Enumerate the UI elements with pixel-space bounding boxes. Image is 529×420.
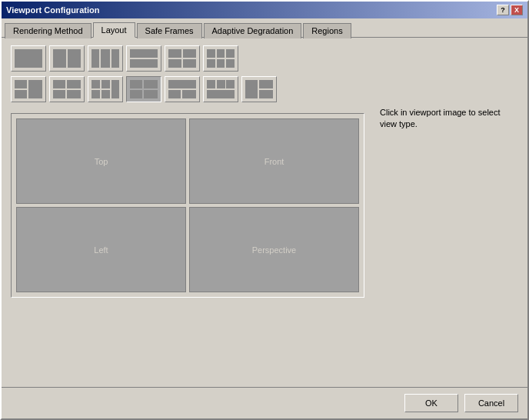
svg-rect-22 [53,90,65,98]
svg-rect-21 [53,80,65,88]
layout-icon-r2c[interactable] [88,76,123,102]
svg-rect-34 [168,80,196,88]
layout-svg-hsplit2 [130,49,158,68]
viewport-and-hint: Top Front Left Perspective Click in view… [11,107,518,298]
svg-rect-0 [15,49,42,68]
svg-rect-1 [53,49,66,68]
viewport-area: Top Front Left Perspective [11,113,364,298]
svg-rect-8 [168,49,181,58]
svg-rect-15 [207,59,215,68]
svg-rect-28 [101,90,110,98]
help-button[interactable]: ? [497,5,509,15]
layout-svg-r2d [130,80,158,98]
tab-rendering-method[interactable]: Rendering Method [5,23,91,38]
layout-icons-row1 [11,45,518,72]
svg-rect-16 [217,59,225,68]
svg-rect-33 [144,90,158,98]
layout-svg-vsplit3 [91,49,119,68]
svg-rect-5 [111,49,119,68]
layout-icon-single[interactable] [11,45,46,72]
tabs-container: Rendering Method Layout Safe Frames Adap… [2,18,527,38]
svg-rect-31 [130,90,142,98]
layout-svg-r2b [53,80,81,98]
viewport-front[interactable]: Front [189,118,359,204]
viewport-front-label: Front [264,157,284,166]
svg-rect-17 [226,59,235,68]
layout-icon-hsplit2[interactable] [126,45,161,72]
layout-icon-grid23[interactable] [203,45,238,72]
layout-icon-vsplit2[interactable] [49,45,85,72]
svg-rect-32 [144,80,158,88]
cancel-button[interactable]: Cancel [464,394,518,412]
svg-rect-27 [91,90,100,98]
layout-svg-r2c [91,80,119,98]
tab-layout[interactable]: Layout [93,22,135,38]
layout-icon-vsplit3[interactable] [88,45,123,72]
svg-rect-36 [182,90,196,98]
layout-icon-r2f[interactable] [203,76,238,102]
svg-rect-26 [101,80,110,88]
viewport-left-label: Left [94,245,108,255]
layout-svg-r2g [245,80,273,98]
svg-rect-20 [28,80,42,98]
svg-rect-10 [168,59,181,68]
svg-rect-12 [207,49,215,58]
svg-rect-18 [15,80,27,88]
svg-rect-24 [67,90,81,98]
svg-rect-39 [226,80,235,88]
title-bar-buttons: ? X [497,5,523,15]
layout-svg-r2a [15,80,42,98]
layout-icons-row2 [11,76,518,102]
layout-svg-r2e [168,80,196,98]
svg-rect-43 [259,90,273,98]
svg-rect-9 [183,49,196,58]
svg-rect-29 [111,80,119,98]
layout-svg-grid23 [207,49,235,68]
svg-rect-14 [226,49,235,58]
svg-rect-42 [259,80,273,88]
svg-rect-4 [101,49,110,68]
layout-icon-r2g[interactable] [241,76,277,102]
svg-rect-11 [183,59,196,68]
layout-svg-single [15,49,42,68]
close-icon: X [514,6,519,14]
svg-rect-6 [130,49,158,58]
hint-text: Click in viewport image to select view t… [380,107,503,131]
svg-rect-19 [15,90,27,98]
svg-rect-41 [245,80,258,98]
footer: OK Cancel [2,387,527,418]
tab-adaptive-degradation[interactable]: Adaptive Degradation [204,23,302,38]
viewport-left[interactable]: Left [16,207,186,292]
layout-svg-grid22a [168,49,196,68]
viewport-top[interactable]: Top [16,118,186,204]
svg-rect-30 [130,80,142,88]
svg-rect-37 [207,80,215,88]
layout-icon-r2d[interactable] [126,76,161,102]
svg-rect-13 [217,49,225,58]
layout-icon-grid22a[interactable] [165,45,200,72]
title-bar: Viewport Configuration ? X [2,2,527,18]
layout-icon-r2b[interactable] [49,76,85,102]
help-icon: ? [501,6,505,14]
viewport-perspective[interactable]: Perspective [189,207,359,292]
svg-rect-25 [91,80,100,88]
svg-rect-3 [91,49,99,68]
content-area: Top Front Left Perspective Click in view… [2,38,527,387]
viewport-perspective-label: Perspective [252,245,296,255]
svg-rect-7 [130,59,158,68]
layout-icon-r2e[interactable] [165,76,200,102]
viewport-top-label: Top [95,157,108,166]
ok-button[interactable]: OK [404,394,458,412]
layout-svg-vsplit2 [53,49,81,68]
svg-rect-35 [168,90,181,98]
close-button[interactable]: X [511,5,523,15]
svg-rect-2 [68,49,81,68]
tab-regions[interactable]: Regions [303,23,351,38]
svg-rect-23 [67,80,81,88]
dialog: Viewport Configuration ? X Rendering Met… [0,0,529,420]
svg-rect-38 [217,80,225,88]
svg-rect-40 [207,90,235,98]
tab-safe-frames[interactable]: Safe Frames [137,23,202,38]
dialog-title: Viewport Configuration [6,5,99,15]
layout-icon-r2a[interactable] [11,76,46,102]
